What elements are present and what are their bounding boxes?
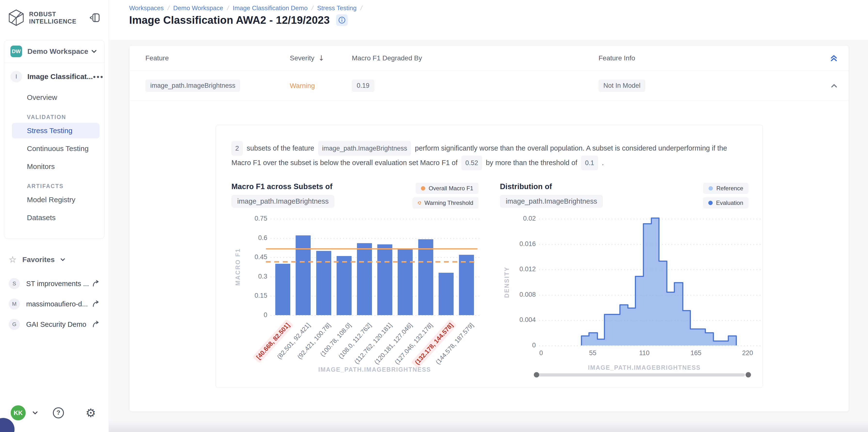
breadcrumb-link[interactable]: Demo Workspace: [173, 4, 223, 12]
bar: [377, 244, 392, 315]
distribution-chart: Distribution of image_path.ImageBrightne…: [500, 182, 765, 379]
chevron-down-icon: [90, 47, 98, 56]
sort-desc-icon[interactable]: ↓: [318, 54, 324, 62]
legend-label: Overall Macro F1: [429, 185, 473, 192]
favorite-item[interactable]: Mmassimoaufiero-d...: [9, 294, 100, 314]
x-tick-label: 165: [681, 349, 711, 357]
bar: [398, 248, 413, 315]
bar: [439, 273, 454, 315]
overall-macro-f1-line: [266, 248, 477, 249]
sidebar-item-continuous-testing[interactable]: Continuous Testing: [12, 141, 100, 156]
warning-threshold-line: [266, 261, 477, 263]
workspace-name: Demo Workspace: [27, 47, 88, 56]
page-title: Image Classification AWA2 - 12/19/2023: [129, 14, 330, 26]
legend-item: Overall Macro F1: [415, 183, 478, 194]
bar: [275, 264, 290, 315]
workspace-panel: DW Demo Workspace I Image Classificat...…: [4, 40, 105, 239]
detail-panel: 2 subsets of the feature image_path.Imag…: [216, 125, 763, 388]
sidebar-item-monitors[interactable]: Monitors: [12, 159, 100, 174]
nav-section-label: ARTIFACTS: [27, 183, 104, 190]
x-tick-label: 220: [733, 349, 762, 357]
workspace-selector[interactable]: DW Demo Workspace: [4, 40, 104, 63]
macro-f1-bar-chart: Macro F1 across Subsets of image_path.Im…: [231, 182, 484, 379]
feature-info-chip: Not In Model: [598, 80, 645, 92]
bar: [316, 251, 331, 315]
breadcrumb-separator: /: [311, 4, 313, 12]
settings-gear-icon[interactable]: ⚙: [86, 407, 96, 419]
row-collapse-icon[interactable]: [822, 81, 839, 91]
svg-text:?: ?: [57, 409, 60, 416]
y-tick-label: 0.75: [236, 215, 267, 222]
range-slider-handle-left[interactable]: [534, 372, 539, 377]
column-severity[interactable]: Severity ↓: [290, 54, 352, 62]
y-axis-title: MACRO F1: [234, 248, 241, 286]
breadcrumb-link[interactable]: Workspaces: [129, 4, 164, 12]
favorites-list: SST improvements ...Mmassimoaufiero-d...…: [9, 274, 100, 335]
column-feature[interactable]: Feature: [145, 54, 290, 62]
summary-text: 2 subsets of the feature image_path.Imag…: [231, 141, 743, 170]
legend-item: Warning Threshold: [412, 197, 478, 209]
legend-marker-icon: [421, 186, 425, 190]
bar-chart-legend: Overall Macro F1Warning Threshold: [412, 183, 478, 209]
x-axis-title: IMAGE_PATH.IMAGEBRIGHTNESS: [541, 364, 748, 371]
topbar: Workspaces/Demo Workspace/Image Classifi…: [109, 0, 868, 40]
sidebar-item-datasets[interactable]: Datasets: [12, 210, 100, 225]
favorite-name: GAI Security Demo: [26, 320, 86, 329]
sidebar-collapse-icon[interactable]: [89, 12, 100, 23]
user-avatar[interactable]: KK: [11, 405, 26, 420]
y-tick-label: 0: [236, 311, 267, 319]
column-degraded-by[interactable]: Macro F1 Degraded By: [352, 54, 598, 62]
project-selector[interactable]: I Image Classificat... ●●●: [4, 68, 104, 85]
sidebar-item-stress-testing[interactable]: Stress Testing: [12, 123, 100, 138]
subset-count-chip: 2: [231, 141, 243, 156]
sidebar-item-overview[interactable]: Overview: [12, 90, 100, 105]
sidebar: ROBUST INTELLIGENCE DW Demo Workspace I …: [0, 0, 109, 432]
favorite-avatar: G: [9, 319, 20, 330]
range-slider-track[interactable]: [535, 373, 745, 376]
bar: [459, 255, 474, 315]
favorite-name: ST improvements ...: [26, 280, 89, 288]
legend-label: Warning Threshold: [425, 199, 473, 206]
help-icon[interactable]: ?: [52, 406, 65, 419]
favorite-item[interactable]: SST improvements ...: [9, 274, 100, 294]
open-link-icon[interactable]: [92, 280, 100, 287]
x-tick-label: 110: [630, 349, 659, 357]
favorite-item[interactable]: GGAI Security Demo: [9, 314, 100, 335]
bar: [418, 239, 433, 315]
range-slider-handle-right[interactable]: [746, 372, 751, 377]
info-icon[interactable]: [336, 14, 348, 26]
table-row[interactable]: image_path.ImageBrightness Warning 0.19 …: [129, 71, 848, 101]
robust-intelligence-logo-icon: [8, 9, 24, 26]
bar-chart-feature-chip: image_path.ImageBrightness: [231, 195, 334, 208]
chevron-down-icon: [59, 256, 66, 263]
favorites-toggle[interactable]: ☆ Favorites: [9, 254, 100, 265]
favorites-label: Favorites: [22, 255, 55, 264]
collapse-all-icon[interactable]: [822, 53, 839, 63]
breadcrumb-separator: /: [168, 4, 169, 12]
open-link-icon[interactable]: [92, 321, 100, 328]
star-icon: ☆: [9, 254, 17, 265]
project-avatar: I: [10, 71, 22, 83]
more-options-icon[interactable]: ●●●: [93, 74, 104, 80]
breadcrumb-link[interactable]: Image Classification Demo: [232, 4, 308, 12]
workspace-avatar: DW: [10, 45, 22, 57]
chevron-down-icon[interactable]: [31, 409, 39, 417]
logo: ROBUST INTELLIGENCE: [0, 0, 108, 26]
bottom-fade: [109, 420, 868, 432]
main-content: Feature Severity ↓ Macro F1 Degraded By …: [109, 40, 868, 432]
breadcrumb: Workspaces/Demo Workspace/Image Classifi…: [129, 4, 366, 12]
feature-name-chip: image_path.ImageBrightness: [318, 141, 411, 156]
sidebar-item-model-registry[interactable]: Model Registry: [12, 192, 100, 208]
favorite-name: massimoaufiero-d...: [26, 300, 88, 308]
x-axis-title: IMAGE_PATH.IMAGEBRIGHTNESS: [273, 366, 477, 373]
open-link-icon[interactable]: [92, 300, 100, 308]
sidebar-footer: KK ? ⚙: [11, 400, 96, 426]
column-feature-info[interactable]: Feature Info: [598, 54, 822, 62]
breadcrumb-link[interactable]: Stress Testing: [317, 4, 357, 12]
project-nav: OverviewVALIDATIONStress TestingContinuo…: [4, 90, 104, 225]
x-tick-label: 55: [578, 349, 607, 357]
row-detail: 2 subsets of the feature image_path.Imag…: [129, 101, 848, 388]
x-tick-label: 0: [527, 349, 556, 357]
project-name: Image Classificat...: [27, 72, 93, 81]
y-axis-title: DENSITY: [503, 267, 510, 298]
